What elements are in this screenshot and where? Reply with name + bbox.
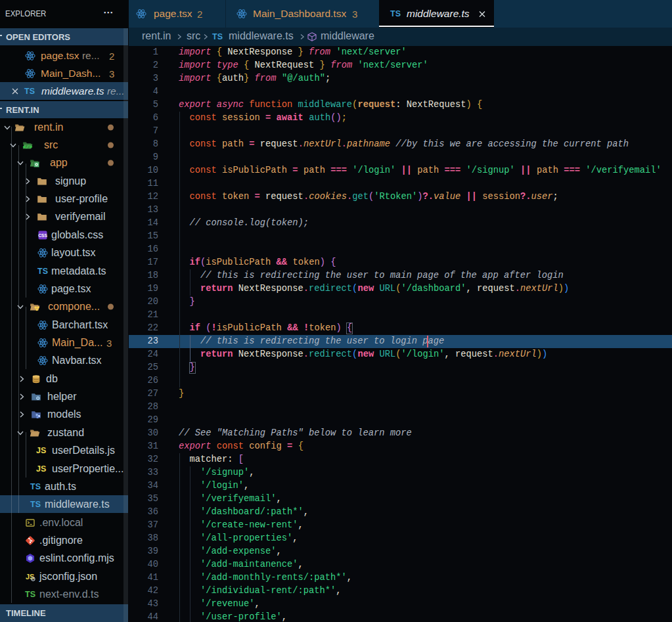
svg-text:CSS: CSS (38, 233, 47, 238)
svg-text:</>: </> (23, 144, 33, 150)
